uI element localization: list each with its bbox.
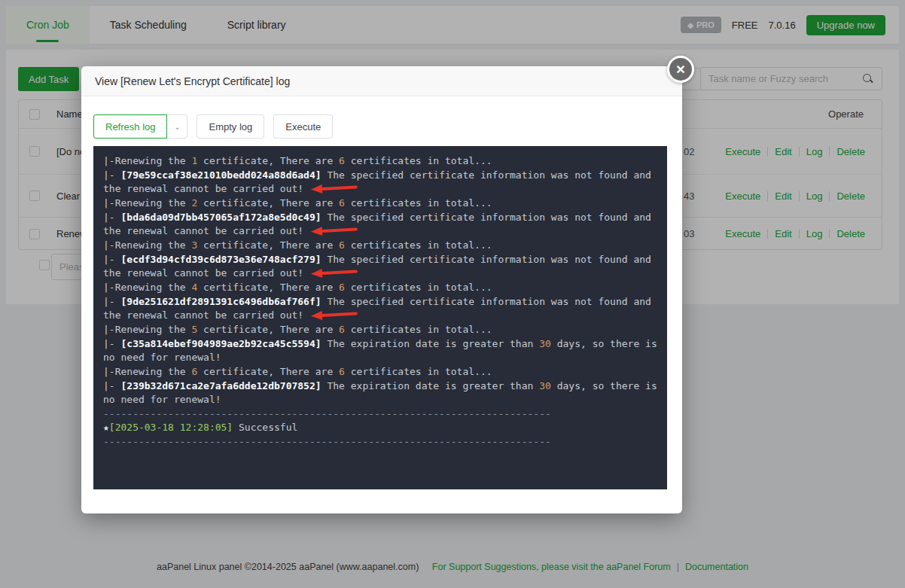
log-line: |-Renewing the 3 certificate, There are …	[103, 239, 657, 253]
red-arrow-annotation-icon	[311, 224, 360, 236]
log-line: ★[2025-03-18 12:28:05] Successful	[103, 421, 657, 435]
log-line: |- [ecdf3d94cfd39c6d873e36e748acf279] Th…	[103, 253, 657, 267]
log-line: the renewal cannot be carried out!	[103, 267, 657, 281]
log-line: ----------------------------------------…	[103, 407, 657, 422]
log-output-panel[interactable]: |-Renewing the 1 certificate, There are …	[93, 146, 667, 489]
log-line: no need for renewal!	[103, 351, 657, 365]
log-line: |- [c35a814ebef904989ae2b92ca45c5594] Th…	[103, 337, 657, 352]
log-line: |-Renewing the 2 certificate, There are …	[103, 197, 657, 211]
modal-toolbar: Refresh log ⌄ Empty log Execute	[93, 114, 333, 139]
red-arrow-annotation-icon	[311, 266, 360, 279]
log-line: the renewal cannot be carried out!	[103, 224, 657, 239]
log-line: |- [bda6da09d7bb457065af172a8e5d0c49] Th…	[103, 211, 657, 225]
log-line: |-Renewing the 6 certificate, There are …	[103, 365, 657, 379]
refresh-dropdown-button[interactable]: ⌄	[166, 114, 187, 139]
log-line: |-Renewing the 4 certificate, There are …	[103, 281, 657, 295]
modal-title: View [Renew Let's Encrypt Certificate] l…	[95, 75, 290, 87]
log-line: |- [79e59ccaf38e21010bedd024a88d6ad4] Th…	[103, 169, 657, 183]
log-line: ----------------------------------------…	[103, 435, 657, 449]
log-line: no need for renewal!	[103, 393, 657, 407]
log-line: the renewal cannot be carried out!	[103, 309, 657, 323]
execute-button[interactable]: Execute	[273, 114, 333, 139]
log-line: the renewal cannot be carried out!	[103, 182, 657, 197]
red-arrow-annotation-icon	[311, 181, 360, 194]
refresh-log-button[interactable]: Refresh log	[93, 114, 167, 139]
modal-header: View [Renew Let's Encrypt Certificate] l…	[81, 66, 682, 96]
red-arrow-annotation-icon	[311, 308, 360, 321]
empty-log-button[interactable]: Empty log	[197, 114, 264, 139]
log-line: |-Renewing the 1 certificate, There are …	[103, 154, 657, 169]
log-viewer-modal: View [Renew Let's Encrypt Certificate] l…	[81, 66, 682, 513]
log-line: |- [239b32d671ca2e7afa6dde12db707852] Th…	[103, 379, 657, 394]
log-line: |- [9de251621df2891391c6496db6af766f] Th…	[103, 295, 657, 309]
close-icon[interactable]: ✕	[667, 56, 694, 83]
log-line: |-Renewing the 5 certificate, There are …	[103, 323, 657, 337]
close-glyph: ✕	[675, 62, 685, 77]
chevron-down-icon: ⌄	[174, 123, 180, 131]
